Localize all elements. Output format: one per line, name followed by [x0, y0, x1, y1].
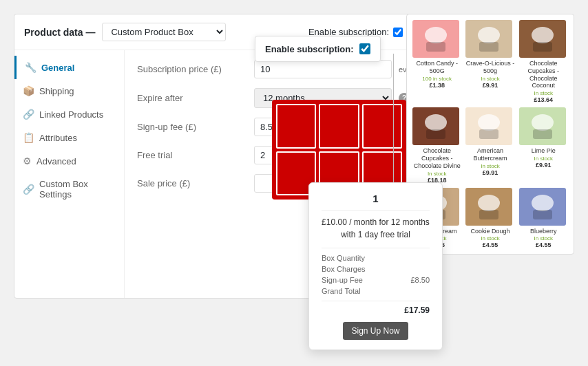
product-card-8[interactable]: BlueberryIn stock£4.55	[519, 188, 568, 249]
sub-row-charges-label: Box Charges	[322, 265, 366, 273]
sidebar-label-custom-box: Custom Box Settings	[39, 179, 116, 200]
product-name-3: Chocolate Cupcakes - Chocolate Divine	[412, 147, 461, 169]
red-cell-3	[362, 104, 402, 149]
sub-row-signup: Sign-up Fee £8.50	[322, 276, 430, 284]
product-name-0: Cotton Candy - 500G	[412, 60, 461, 75]
product-card-0[interactable]: Cotton Candy - 500G100 in stock£1.38	[412, 20, 461, 103]
product-img-8	[519, 188, 566, 226]
sub-row-signup-val: £8.50	[410, 276, 430, 284]
product-name-7: Cookie Dough	[465, 228, 514, 235]
label-free-trial: Free trial	[137, 150, 247, 160]
product-card-2[interactable]: Chocolate Cupcakes - Chocolate CoconutIn…	[519, 20, 568, 103]
svg-point-8	[478, 114, 500, 131]
product-img-2	[519, 20, 566, 58]
svg-rect-15	[479, 210, 498, 219]
sub-row-signup-label: Sign-up Fee	[322, 276, 363, 284]
sub-rows: Box Quantity Box Charges Sign-up Fee £8.…	[322, 248, 430, 295]
product-price-2: £13.64	[519, 96, 568, 103]
label-expire: Expire after	[137, 93, 247, 103]
sub-row-grand-label: Grand Total	[322, 287, 361, 295]
product-img-0	[412, 20, 459, 58]
sub-row-qty: Box Quantity	[322, 254, 430, 262]
svg-rect-9	[479, 129, 498, 139]
product-type-select[interactable]: Custom Product Box Simple product Variab…	[102, 23, 226, 41]
product-stock-1: In stock	[465, 76, 514, 82]
sub-price-text: £10.00 / month for 12 months with 1 day …	[322, 216, 430, 241]
product-name-5: Lime Pie	[519, 147, 568, 155]
sidebar-item-linked-products[interactable]: 🔗 Linked Products	[14, 103, 124, 126]
gear-icon: ⚙	[23, 155, 32, 166]
product-price-0: £1.38	[412, 82, 461, 89]
sidebar-item-attributes[interactable]: 📋 Attributes	[14, 126, 124, 149]
sidebar-item-shipping[interactable]: 📦 Shipping	[14, 79, 124, 103]
product-card-1[interactable]: Crave-O-Licious - 500gIn stock£9.91	[465, 20, 514, 103]
main-wrapper: Product data — Custom Product Box Simple…	[0, 0, 588, 366]
product-name-4: American Buttercream	[465, 147, 514, 162]
svg-point-4	[532, 27, 554, 43]
panel-header-label: Product data —	[24, 27, 95, 38]
product-price-1: £9.91	[465, 82, 514, 89]
enable-sub-popup-label: Enable subscription:	[265, 44, 354, 54]
sidebar-label-advanced: Advanced	[36, 156, 76, 166]
red-cell-1	[276, 104, 316, 149]
sidebar: 🔧 General 📦 Shipping 🔗 Linked Products 📋…	[14, 50, 125, 298]
product-img-7	[465, 188, 512, 226]
product-card-5[interactable]: Lime PieIn stock£9.91	[519, 107, 568, 183]
svg-point-14	[478, 195, 500, 211]
svg-point-16	[532, 195, 554, 211]
connector-line	[393, 54, 394, 191]
label-sub-price: Subscription price (£)	[137, 64, 247, 74]
product-stock-5: In stock	[519, 155, 568, 162]
svg-rect-1	[426, 42, 445, 52]
sidebar-item-advanced[interactable]: ⚙ Advanced	[14, 149, 124, 173]
sidebar-label-shipping: Shipping	[39, 86, 74, 96]
sidebar-label-linked: Linked Products	[39, 109, 103, 120]
product-price-4: £9.91	[465, 169, 514, 176]
sidebar-label-attributes: Attributes	[39, 133, 77, 143]
subscription-summary-popup: 1 £10.00 / month for 12 months with 1 da…	[308, 182, 443, 350]
link2-icon: 🔗	[23, 184, 34, 195]
product-img-4	[465, 107, 512, 145]
sidebar-item-general[interactable]: 🔧 General	[14, 56, 124, 79]
product-stock-3: In stock	[412, 171, 461, 177]
product-card-4[interactable]: American ButtercreamIn stock£9.91	[465, 107, 514, 183]
svg-rect-5	[533, 42, 552, 52]
product-stock-7: In stock	[465, 235, 514, 241]
sidebar-item-custom-box[interactable]: 🔗 Custom Box Settings	[14, 173, 124, 206]
product-price-8: £4.55	[519, 241, 568, 248]
product-price-5: £9.91	[519, 162, 568, 169]
label-signup-fee: Sign-up fee (£)	[137, 122, 247, 132]
svg-rect-11	[533, 129, 552, 139]
product-img-1	[465, 20, 512, 58]
product-stock-8: In stock	[519, 235, 568, 241]
sign-up-button[interactable]: Sign Up Now	[343, 322, 408, 340]
sub-qty: 1	[322, 193, 430, 211]
link-icon: 🔗	[23, 109, 34, 120]
product-card-7[interactable]: Cookie DoughIn stock£4.55	[465, 188, 514, 249]
wrench-icon: 🔧	[25, 62, 36, 73]
svg-point-2	[478, 27, 500, 43]
svg-point-6	[425, 114, 447, 131]
product-price-7: £4.55	[465, 241, 514, 248]
svg-rect-7	[426, 129, 445, 139]
enable-sub-checkbox-header[interactable]	[393, 28, 403, 37]
sub-row-qty-label: Box Quantity	[322, 254, 365, 262]
svg-rect-17	[533, 210, 552, 219]
sub-total-val: £17.59	[404, 305, 430, 315]
list-icon: 📋	[23, 132, 34, 143]
sub-row-charges: Box Charges	[322, 265, 430, 273]
sub-total-row: £17.59	[322, 301, 430, 315]
product-img-3	[412, 107, 459, 145]
sub-row-grand: Grand Total	[322, 287, 430, 295]
label-sale-price: Sale price (£)	[137, 178, 247, 189]
enable-sub-popup-checkbox[interactable]	[359, 43, 370, 54]
svg-point-0	[425, 27, 447, 43]
product-img-5	[519, 107, 566, 145]
product-name-1: Crave-O-Licious - 500g	[465, 60, 514, 75]
enable-sub-popup: Enable subscription:	[255, 36, 381, 62]
product-name-2: Chocolate Cupcakes - Chocolate Coconut	[519, 60, 568, 89]
input-sub-price[interactable]	[254, 60, 392, 78]
svg-rect-3	[479, 42, 498, 52]
product-card-3[interactable]: Chocolate Cupcakes - Chocolate DivineIn …	[412, 107, 461, 183]
red-cell-2	[319, 104, 359, 149]
